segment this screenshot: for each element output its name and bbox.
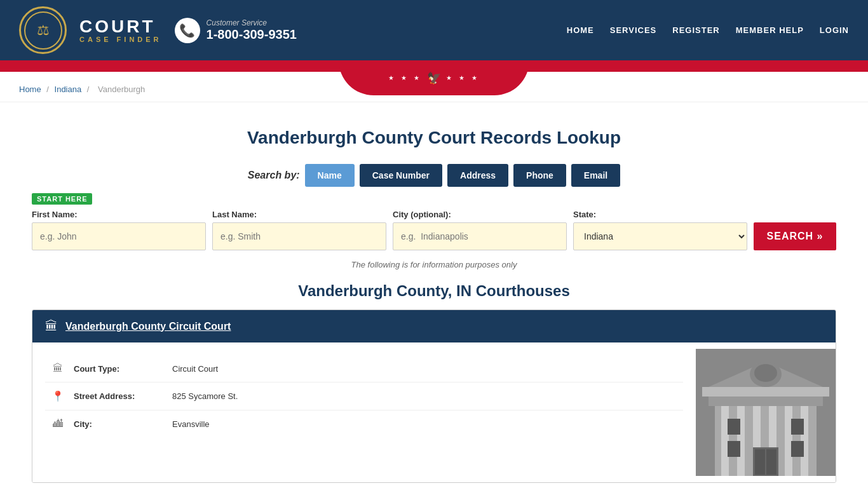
main-nav: HOME SERVICES REGISTER MEMBER HELP LOGIN (567, 25, 849, 35)
court-details: 🏛 Court Type: Circuit Court 📍 Street Add… (32, 349, 696, 476)
search-by-row: Search by: Name Case Number Address Phon… (32, 164, 836, 187)
eagle-icon: 🦅 (427, 71, 441, 85)
customer-service: 📞 Customer Service 1-800-309-9351 (175, 18, 297, 43)
city-group: City (optional): (393, 210, 567, 250)
svg-point-12 (754, 364, 777, 382)
form-section: START HERE First Name: Last Name: City (… (32, 193, 836, 250)
nav-services[interactable]: SERVICES (610, 25, 657, 35)
header-left: ⚖ COURT CASE FINDER 📞 Customer Service 1… (19, 6, 297, 54)
city-row: 🏙 City: Evansville (45, 410, 683, 437)
search-form: First Name: Last Name: City (optional): … (32, 210, 836, 250)
city-value: Evansville (172, 419, 210, 429)
svg-rect-3 (702, 387, 829, 396)
tab-phone[interactable]: Phone (513, 164, 566, 187)
banner-arch: ★ ★ ★ 🦅 ★ ★ ★ (339, 60, 529, 95)
eagle-emblem: ★ ★ ★ 🦅 ★ ★ ★ (388, 71, 479, 85)
state-group: State: Indiana (573, 210, 747, 250)
court-type-icon: 🏛 (51, 363, 64, 374)
breadcrumb-home[interactable]: Home (19, 85, 41, 94)
nav-home[interactable]: HOME (567, 25, 594, 35)
first-name-group: First Name: (32, 210, 206, 250)
street-address-label: Street Address: (74, 391, 163, 401)
start-here-badge: START HERE (32, 193, 92, 205)
city-label: City (optional): (393, 210, 567, 219)
court-name-link[interactable]: Vanderburgh County Circuit Court (65, 321, 231, 332)
court-building-svg (696, 349, 836, 476)
logo-circle: ⚖ (19, 6, 67, 54)
breadcrumb-sep-2: / (87, 85, 92, 94)
first-name-input[interactable] (32, 222, 206, 250)
court-card-body: 🏛 Court Type: Circuit Court 📍 Street Add… (32, 342, 836, 482)
courthouse-icon: 🏛 (45, 319, 58, 334)
nav-login[interactable]: LOGIN (820, 25, 849, 35)
cs-phone: 1-800-309-9351 (207, 27, 297, 42)
nav-member-help[interactable]: MEMBER HELP (736, 25, 804, 35)
court-type-row: 🏛 Court Type: Circuit Court (45, 355, 683, 383)
phone-icon: 📞 (175, 18, 200, 43)
court-type-value: Circuit Court (172, 364, 218, 374)
court-card-vanderburgh-circuit: 🏛 Vanderburgh County Circuit Court 🏛 Cou… (32, 309, 836, 483)
last-name-label: Last Name: (212, 210, 386, 219)
street-address-value: 825 Sycamore St. (172, 391, 238, 401)
svg-rect-19 (791, 441, 804, 457)
breadcrumb-sep-1: / (46, 85, 51, 94)
logo-court-text: COURT (79, 18, 162, 36)
court-type-label: Court Type: (74, 364, 163, 374)
logo-icon: ⚖ (24, 11, 62, 50)
first-name-label: First Name: (32, 210, 206, 219)
last-name-input[interactable] (212, 222, 386, 250)
court-card-header: 🏛 Vanderburgh County Circuit Court (32, 310, 836, 342)
tab-name[interactable]: Name (305, 164, 355, 187)
street-address-row: 📍 Street Address: 825 Sycamore St. (45, 383, 683, 410)
breadcrumb-indiana[interactable]: Indiana (55, 85, 82, 94)
breadcrumb-current: Vanderburgh (98, 85, 145, 94)
tab-email[interactable]: Email (571, 164, 620, 187)
search-by-label: Search by: (248, 170, 300, 181)
logo-case-finder-text: CASE FINDER (79, 36, 162, 43)
tab-case-number[interactable]: Case Number (360, 164, 442, 187)
banner-red: ★ ★ ★ 🦅 ★ ★ ★ (0, 60, 868, 72)
svg-rect-16 (728, 419, 740, 435)
svg-rect-14 (755, 449, 765, 475)
city-label-detail: City: (74, 419, 163, 429)
courthouses-title: Vanderburgh County, IN Courthouses (32, 282, 836, 300)
svg-rect-18 (728, 441, 740, 457)
cs-text: Customer Service 1-800-309-9351 (207, 18, 297, 42)
nav-register[interactable]: REGISTER (672, 25, 719, 35)
tab-address[interactable]: Address (447, 164, 508, 187)
last-name-group: Last Name: (212, 210, 386, 250)
search-button[interactable]: SEARCH » (754, 222, 836, 250)
svg-rect-15 (766, 449, 776, 475)
cs-label: Customer Service (207, 18, 297, 27)
info-note: The following is for information purpose… (32, 260, 836, 269)
page-title: Vanderburgh County Court Records Lookup (32, 128, 836, 148)
main-content: Vanderburgh County Court Records Lookup … (0, 102, 868, 488)
site-header: ⚖ COURT CASE FINDER 📞 Customer Service 1… (0, 0, 868, 60)
stars-left: ★ ★ ★ (388, 74, 422, 81)
logo-text: COURT CASE FINDER (79, 18, 162, 43)
svg-rect-17 (791, 419, 804, 435)
city-input[interactable] (393, 222, 567, 250)
stars-right: ★ ★ ★ (446, 74, 480, 81)
court-building-image (696, 349, 836, 476)
state-label: State: (573, 210, 747, 219)
address-icon: 📍 (51, 390, 64, 402)
state-select[interactable]: Indiana (573, 222, 747, 250)
city-icon: 🏙 (51, 418, 64, 430)
